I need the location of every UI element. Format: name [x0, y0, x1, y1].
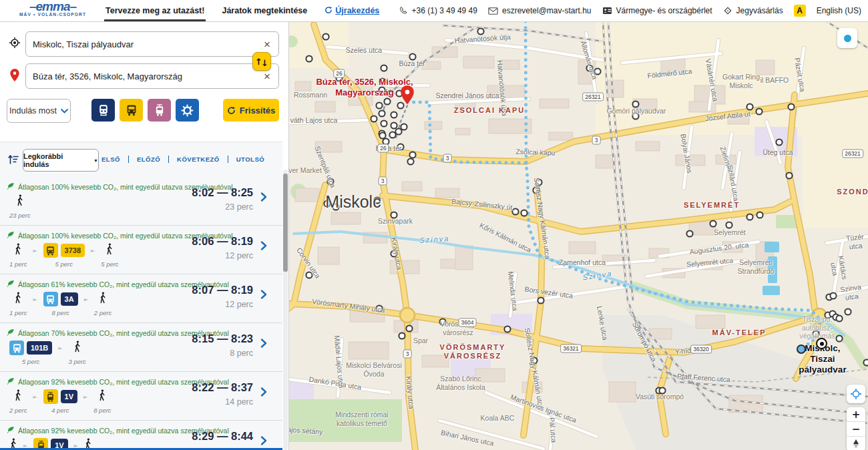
county-pass-link[interactable]: Vármegye- és országbérlet [602, 6, 712, 15]
legs: 1 perc►37385 perc►5 perc [9, 243, 119, 268]
pagination-first[interactable]: ELSŐ [101, 156, 129, 163]
destination-value: Búza tér, 3526, Miskolc, Magyarország [33, 71, 262, 81]
bus-icon [126, 104, 138, 116]
refresh-label: Frissítés [240, 105, 275, 116]
pagination-prev[interactable]: ELŐZŐ [129, 156, 169, 163]
pagination-next[interactable]: KÖVETKEZŐ [169, 156, 228, 163]
ticket-purchase-link[interactable]: Jegyvásárlás [723, 6, 783, 15]
mode-train-button[interactable] [91, 99, 115, 122]
results-list: Átlagosan 100% kevesebb CO₂, mint egyedü… [0, 177, 282, 450]
result-row-4[interactable]: Átlagosan 92% kevesebb CO₂, mint egyedül… [0, 371, 282, 420]
panel-scrollbar[interactable] [283, 170, 288, 450]
origin-input[interactable]: Miskolc, Tiszai pályaudvar × [25, 31, 279, 57]
nav-item-1[interactable]: Járatok megtekintése [222, 0, 307, 21]
ticket-icon [723, 6, 732, 15]
destination-clear-button[interactable]: × [262, 71, 272, 82]
leg-walk: 3 perc [68, 341, 85, 365]
leg-walk: 1 perc [9, 292, 27, 316]
phone-icon [399, 7, 408, 15]
leg-separator-icon: ► [33, 394, 37, 400]
nav-item-0[interactable]: Tervezze meg az utazást! [105, 0, 204, 21]
phone-contact[interactable]: +36 (1) 3 49 49 49 [399, 6, 477, 15]
gear-icon [181, 104, 194, 117]
legs: 23 perc [9, 194, 31, 219]
route-end-marker [797, 345, 806, 354]
leg-duration: 8 perc [93, 407, 111, 414]
nav-item-label: Járatok megtekintése [222, 6, 307, 15]
chevron-down-icon [61, 109, 68, 114]
sort-dropdown[interactable]: Legkorábbi indulás ▼ [23, 149, 99, 172]
leg-duration: 5 perc [22, 358, 39, 365]
chevron-right-icon[interactable] [260, 192, 268, 205]
language-selector[interactable]: English (US) [817, 6, 861, 15]
top-header: emma MÁV • VOLÁN-CSOPORT Tervezze meg az… [0, 0, 868, 22]
zoom-controls: + − [847, 407, 865, 450]
leg-walk: 2 perc [9, 389, 27, 414]
result-row-1[interactable]: Átlagosan 100% kevesebb CO₂, mint egyedü… [0, 225, 282, 274]
brand-logo[interactable]: emma MÁV • VOLÁN-CSOPORT [9, 1, 96, 17]
scrollbar-thumb[interactable] [283, 174, 288, 272]
result-row-2[interactable]: Átlagosan 61% kevesebb CO₂, mint egyedül… [0, 274, 282, 322]
envelope-icon [488, 7, 498, 15]
chevron-right-icon[interactable] [260, 240, 268, 254]
map-locate-toggle-button[interactable] [837, 28, 857, 48]
chevron-right-icon[interactable] [260, 338, 268, 351]
location-dot-icon [844, 35, 851, 42]
results-header: Legkorábbi indulás ▼ ELSŐELŐZŐKÖVETKEZŐU… [0, 142, 282, 177]
mode-bus-button[interactable] [120, 99, 143, 122]
origin-value: Miskolc, Tiszai pályaudvar [33, 39, 262, 49]
nav-item-2[interactable]: Újrakezdés [324, 0, 379, 21]
walk-icon [14, 389, 22, 404]
sort-icon[interactable] [8, 154, 19, 168]
walk-icon [98, 389, 106, 404]
leg-separator-icon: ► [83, 394, 87, 400]
destination-pin-icon [8, 69, 21, 84]
accessibility-button[interactable]: A [794, 5, 806, 17]
result-row-5[interactable]: Átlagosan 92% kevesebb CO₂, mint egyedül… [0, 420, 282, 450]
walk-icon [14, 243, 22, 258]
leg-duration: 5 perc [55, 260, 73, 268]
leg-separator-icon: ► [58, 345, 62, 351]
chevron-right-icon[interactable] [260, 387, 268, 400]
header-right: +36 (1) 3 49 49 49 eszrevetel@mav-start.… [399, 0, 861, 21]
mode-tram-button[interactable] [148, 99, 171, 122]
result-row-3[interactable]: Átlagosan 70% kevesebb CO₂, mint egyedül… [0, 322, 282, 371]
departure-time-dropdown[interactable]: Indulás most [7, 99, 71, 123]
itinerary-duration: 14 perc [225, 397, 253, 407]
result-row-0[interactable]: Átlagosan 100% kevesebb CO₂, mint egyedü… [0, 177, 282, 225]
compass-button[interactable] [847, 437, 865, 450]
leg-tram-yellow: 1V4 perc [43, 389, 77, 414]
email-address: eszrevetel@mav-start.hu [502, 6, 592, 15]
refresh-button[interactable]: Frissítés [223, 99, 279, 122]
destination-map-pin [401, 85, 414, 107]
leaf-icon [7, 280, 15, 289]
legs: 2 perc►1V4 perc►8 perc [9, 389, 112, 414]
walk-icon [99, 292, 107, 306]
leg-duration: 23 perc [9, 212, 31, 219]
phone-number: +36 (1) 3 49 49 49 [412, 6, 477, 15]
swap-button[interactable]: ↑↓ [252, 52, 271, 71]
origin-clear-button[interactable]: × [262, 39, 272, 50]
itinerary-time: 8:06 — 8:19 [192, 235, 253, 248]
zoom-in-button[interactable]: + [847, 407, 865, 422]
geolocate-button[interactable] [847, 385, 865, 403]
map-canvas[interactable]: Szeles utcaHatvanötösök útjaHatvanötösök… [288, 21, 868, 450]
chevron-right-icon[interactable] [260, 289, 268, 302]
pagination-last[interactable]: UTOLSÓ [228, 156, 272, 163]
chevron-right-icon[interactable] [260, 435, 268, 449]
restart-icon [324, 6, 333, 16]
route-badge: 1V [61, 390, 77, 403]
nav-item-label: Újrakezdés [335, 6, 379, 15]
leaf-icon [7, 377, 15, 387]
zoom-out-button[interactable]: − [847, 422, 865, 437]
email-contact[interactable]: eszrevetel@mav-start.hu [488, 6, 592, 15]
itinerary-time: 8:29 — 8:44 [192, 430, 253, 443]
leg-duration: 4 perc [51, 407, 69, 414]
language-label: English (US) [817, 6, 861, 15]
departure-time-label: Indulás most [9, 106, 57, 116]
mode-settings-button[interactable] [176, 99, 199, 122]
leg-bus-yellow: 37385 perc [43, 243, 85, 268]
destination-input[interactable]: Búza tér, 3526, Miskolc, Magyarország × [25, 63, 279, 89]
leaf-icon [7, 182, 15, 192]
leg-separator-icon: ► [33, 296, 37, 302]
